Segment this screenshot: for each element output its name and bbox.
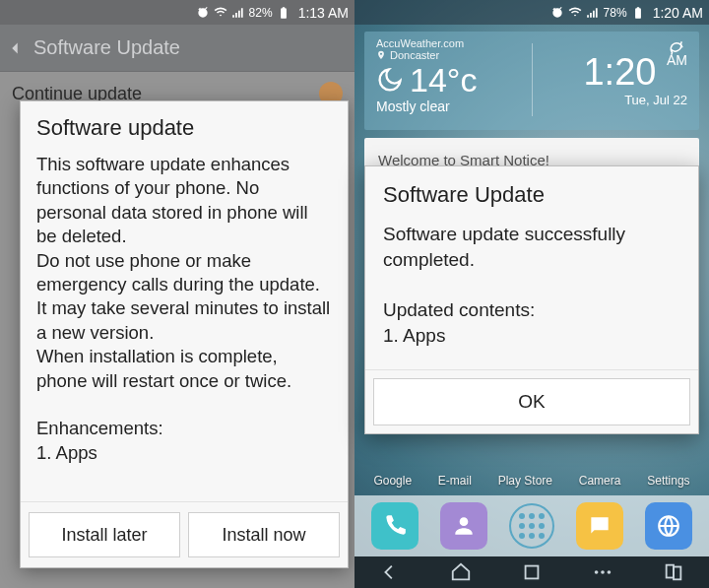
app-label: E-mail [438,474,472,488]
back-icon[interactable] [4,37,26,59]
svg-point-3 [601,570,605,574]
svg-rect-1 [526,566,539,579]
battery-percent: 82% [249,6,273,20]
install-now-button[interactable]: Install now [188,512,340,557]
action-bar: Software Update [0,25,354,72]
nav-dual-icon[interactable] [663,561,684,583]
app-label: Google [373,474,412,488]
dock-contacts-icon[interactable] [440,502,487,550]
right-screenshot: 78% 1:20 AM AccuWeather.com Doncaster 14… [354,0,709,588]
widget-clock: 1:20 AM [543,53,688,91]
software-update-complete-dialog: Software Update Software update successf… [364,165,699,434]
status-time: 1:13 AM [298,5,349,21]
battery-percent: 78% [604,6,627,20]
dock-apps-icon[interactable] [509,503,554,549]
widget-date: Tue, Jul 22 [543,93,688,107]
dock [354,495,709,556]
weather-provider: AccuWeather.com [376,37,464,49]
alarm-icon [550,6,564,20]
nav-back-icon[interactable] [379,561,401,583]
battery-icon [631,6,645,20]
nav-menu-icon[interactable] [592,561,613,583]
weather-condition: Mostly clear [376,98,522,114]
signal-icon [586,6,600,20]
dock-browser-icon[interactable] [645,502,692,550]
nav-home-icon[interactable] [450,561,472,583]
weather-location: Doncaster [390,49,439,61]
dialog-button-row: OK [365,369,698,433]
dialog-body: This software update enhances functions … [21,153,348,501]
status-bar: 82% 1:13 AM [0,0,354,25]
left-screenshot: 82% 1:13 AM Software Update Continue upd… [0,0,354,588]
widget-divider [532,43,533,116]
wifi-icon [568,6,582,20]
weather-clock-widget[interactable]: AccuWeather.com Doncaster 14°c Mostly cl… [364,32,699,130]
svg-rect-5 [667,565,674,578]
app-label: Camera [579,474,621,488]
dialog-title: Software Update [365,166,698,222]
dock-phone-icon[interactable] [371,502,419,550]
dialog-button-row: Install later Install now [21,501,348,567]
widget-clock-time: 1:20 [583,51,656,93]
signal-icon [231,6,245,20]
dialog-body: Software update successfully completed. … [365,222,698,369]
install-later-button[interactable]: Install later [29,512,180,557]
software-update-dialog: Software update This software update enh… [20,100,349,568]
ok-button[interactable]: OK [373,378,690,425]
app-label: Settings [647,474,689,488]
moon-icon [376,66,404,94]
location-pin-icon [376,50,386,60]
status-time: 1:20 AM [653,5,703,21]
home-app-labels: Google E-mail Play Store Camera Settings [354,474,709,488]
dock-messages-icon[interactable] [576,502,623,550]
dialog-title: Software update [21,101,348,153]
weather-temp: 14°c [410,63,477,97]
nav-recent-icon[interactable] [521,561,543,583]
svg-rect-6 [674,567,680,580]
action-bar-title: Software Update [33,36,180,59]
refresh-icon[interactable] [668,39,685,61]
status-bar: 78% 1:20 AM [354,0,709,25]
battery-icon [277,6,290,20]
navigation-bar [354,556,709,588]
wifi-icon [214,6,227,20]
alarm-icon [196,6,210,20]
svg-point-2 [595,570,599,574]
svg-point-4 [608,570,612,574]
app-label: Play Store [498,474,552,488]
